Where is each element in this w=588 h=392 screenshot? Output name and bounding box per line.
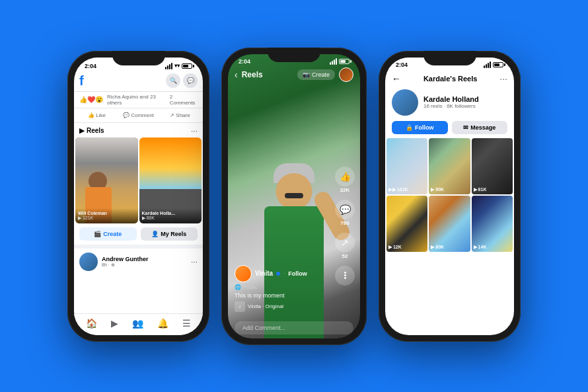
reels-user-avatar <box>235 265 252 282</box>
reel2-sky <box>139 137 202 189</box>
signal-right <box>484 61 491 68</box>
battery-left <box>182 63 192 69</box>
nav-groups[interactable]: 👥 <box>132 318 143 329</box>
user-avatar-center[interactable] <box>339 67 353 82</box>
follow-button-center[interactable]: Follow <box>288 270 307 277</box>
phone-right: 2:04 ← Kardale's Reels ··· Kardale Holla <box>379 51 521 342</box>
signal-center <box>330 58 337 65</box>
post-avatar <box>79 253 98 271</box>
phone-center-screen: 2:04 ‹ Reels <box>228 54 360 338</box>
reels-top-bar: ‹ Reels 📷 Create <box>228 67 360 82</box>
follow-label: Follow <box>415 124 434 131</box>
comment-input-center[interactable]: Add Comment... <box>235 321 353 334</box>
comment-button[interactable]: 💬 Comment <box>118 110 159 120</box>
post-more[interactable]: ··· <box>191 257 198 266</box>
create-reel-button[interactable]: 🎬 Create <box>79 227 137 241</box>
comment-label: Comment <box>131 112 154 118</box>
profile-reel-4[interactable]: ▶ 12K <box>386 196 427 252</box>
likes-count: 22K <box>340 187 350 193</box>
reels-user-row: Vinita · Follow <box>235 265 327 282</box>
nav-home[interactable]: 🏠 <box>86 318 97 329</box>
visibility-label: Public <box>243 284 258 290</box>
reels-username: Vinita <box>255 270 273 277</box>
my-reels-icon: 👤 <box>151 231 159 237</box>
reels-title-area: ‹ Reels <box>235 69 263 80</box>
reels-create-btn[interactable]: 📷 Create <box>297 69 335 80</box>
reels-grid-left: Will Coleman ▶ 121K Kardale Holla... ▶ 8… <box>74 137 203 223</box>
like-button[interactable]: 👍 Like <box>77 110 117 120</box>
battery-center <box>339 59 349 64</box>
reels-title: Reels <box>242 70 263 79</box>
follow-button-right[interactable]: 🔒 Follow <box>392 121 448 134</box>
reel-card-1[interactable]: Will Coleman ▶ 121K <box>75 137 138 223</box>
nav-video[interactable]: ▶ <box>111 318 118 329</box>
reel-card-2[interactable]: Kardale Holla... ▶ 88K <box>139 137 202 223</box>
nav-menu[interactable]: ☰ <box>182 318 191 329</box>
profile-reel-1[interactable]: ▶▶ 121K <box>386 138 427 194</box>
comment-action[interactable]: 💬 780 <box>335 200 355 226</box>
reel2-views: ▶ 88K <box>142 216 200 221</box>
profile-text: Kardale Holland 16 reels · 6K followers <box>423 95 479 109</box>
create-label: Create <box>103 231 122 237</box>
like-action[interactable]: 👍 22K <box>335 167 355 193</box>
comment-icon: 💬 <box>123 112 129 118</box>
share-action[interactable]: ↗ 52 <box>335 233 355 259</box>
phones-container: 2:04 ▾▾ f 🔍 💬 � <box>54 34 534 358</box>
reels-player: 2:04 ‹ Reels <box>228 54 360 338</box>
back-arrow-right[interactable]: ← <box>392 73 401 84</box>
my-reels-label: My Reels <box>161 231 186 237</box>
more-action[interactable] <box>335 266 355 286</box>
reel1-count: ▶▶ 121K <box>388 187 408 192</box>
reels-caption: This is my moment <box>235 292 327 299</box>
message-icon: ✉ <box>463 124 468 131</box>
nav-notifications[interactable]: 🔔 <box>157 318 168 329</box>
battery-right <box>493 62 503 67</box>
notch-left <box>112 51 165 65</box>
shares-count: 52 <box>342 253 348 259</box>
my-reels-button[interactable]: 👤 My Reels <box>141 227 198 241</box>
reels-top-right: 📷 Create <box>297 67 353 82</box>
fb-logo: f <box>79 73 84 89</box>
bottom-nav-left: 🏠 ▶ 👥 🔔 ☰ <box>74 313 203 335</box>
profile-header: ← Kardale's Reels ··· <box>385 69 514 87</box>
options-menu[interactable]: ··· <box>499 73 507 84</box>
reels-label: Reels <box>87 127 104 134</box>
reel1-views: ▶ 121K <box>78 216 135 221</box>
reels-grid-profile: ▶▶ 121K ▶ 90K ▶ 81K ▶ 12K <box>385 138 514 252</box>
reel3-count: ▶ 81K <box>474 187 487 192</box>
reels-more[interactable]: ··· <box>191 126 198 136</box>
page-title-right: Kardale's Reels <box>423 75 478 83</box>
profile-reel-6[interactable]: ▶ 14K <box>472 196 513 252</box>
reels-icon: ▶ <box>79 127 85 134</box>
status-bar-center: 2:04 <box>228 54 360 66</box>
profile-action-row: 🔒 Follow ✉ Message <box>385 118 514 138</box>
post-author: Andrew Gunther <box>102 256 187 262</box>
signal-left <box>165 63 172 69</box>
search-icon[interactable]: 🔍 <box>166 73 180 88</box>
audio-icon: ♪ <box>235 301 245 312</box>
action-buttons: 👍 Like 💬 Comment ↗ Share <box>74 108 203 123</box>
reels-section-title: ▶ Reels <box>79 127 104 134</box>
comment-circle: 💬 <box>335 200 355 219</box>
create-reels-bar: 🎬 Create 👤 My Reels <box>74 223 203 245</box>
message-label: Message <box>470 124 496 131</box>
profile-reel-5[interactable]: ▶ 80K <box>429 196 470 252</box>
reaction-bar: 👍 ❤️ 😮 Richa Aquino and 23 others 2 Comm… <box>74 92 203 108</box>
like-circle: 👍 <box>335 167 355 186</box>
profile-reel-3[interactable]: ▶ 81K <box>472 138 513 194</box>
messenger-icon[interactable]: 💬 <box>183 73 198 88</box>
phone-left: 2:04 ▾▾ f 🔍 💬 � <box>67 51 209 342</box>
reel2-count: ▶ 90K <box>431 187 444 192</box>
reel4-count: ▶ 12K <box>388 245 402 250</box>
message-button-right[interactable]: ✉ Message <box>452 121 508 134</box>
camera-icon: 📷 <box>303 71 310 78</box>
share-icon: ↗ <box>170 112 174 118</box>
profile-reel-2[interactable]: ▶ 90K <box>429 138 470 194</box>
reel6-count: ▶ 14K <box>474 245 487 250</box>
status-time-right: 2:04 <box>396 61 408 68</box>
share-label: Share <box>176 112 190 118</box>
back-arrow[interactable]: ‹ <box>235 69 238 80</box>
figure-mustache <box>285 193 303 198</box>
status-icons-center <box>330 58 349 65</box>
share-button[interactable]: ↗ Share <box>160 110 200 120</box>
